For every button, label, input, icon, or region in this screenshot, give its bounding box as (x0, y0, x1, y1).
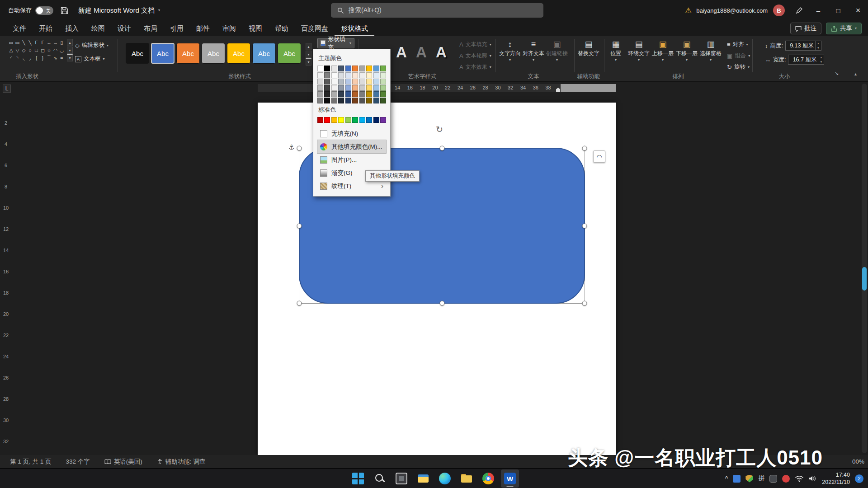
layout-options-button[interactable]: ◠ (593, 150, 605, 163)
shape-gallery-item[interactable]: ▭ (14, 39, 20, 46)
theme-tint-swatch[interactable] (352, 72, 358, 78)
selection-handle[interactable] (582, 146, 587, 151)
theme-tint-swatch[interactable] (366, 72, 372, 78)
standard-color-swatch[interactable] (317, 117, 323, 123)
theme-tint-swatch[interactable] (366, 85, 372, 91)
theme-tint-swatch[interactable] (373, 79, 379, 84)
shape-gallery-item[interactable]: ○ (27, 47, 33, 53)
shape-gallery-item[interactable]: → (52, 39, 58, 46)
shape-style-thumb-2[interactable]: Abc (151, 43, 175, 64)
vertical-ruler[interactable]: 2468101214161820222426283032 (2, 82, 10, 455)
theme-tint-swatch[interactable] (317, 91, 323, 97)
fill-menu-item[interactable]: 其他填充颜色(M)... (317, 140, 386, 153)
ribbon-tab-审阅[interactable]: 审阅 (216, 21, 242, 36)
tray-app-icon-2[interactable] (769, 475, 777, 483)
theme-color-swatch[interactable] (345, 66, 351, 71)
shape-style-thumb-4[interactable]: Abc (202, 43, 225, 64)
button-下移一层[interactable]: ▣下移一层▾ (676, 40, 698, 62)
theme-tint-swatch[interactable] (359, 79, 365, 84)
theme-tint-swatch[interactable] (352, 85, 358, 91)
shape-style-thumb-3[interactable]: Abc (176, 43, 200, 64)
standard-color-swatch[interactable] (373, 117, 379, 123)
pen-tool-button[interactable] (790, 0, 808, 21)
spin-up-icon[interactable]: ▴ (818, 55, 824, 60)
button-环绕文字[interactable]: ▤环绕文字▾ (628, 40, 650, 62)
button-选择窗格[interactable]: ▥选择窗格▾ (700, 40, 722, 62)
hidden-icons-chevron[interactable]: ^ (725, 475, 728, 482)
theme-tint-swatch[interactable] (324, 98, 330, 103)
shape-style-thumb-6[interactable]: Abc (252, 43, 276, 64)
theme-tint-swatch[interactable] (345, 91, 351, 97)
theme-tint-swatch[interactable] (380, 91, 386, 97)
zoom-level[interactable]: 00% (852, 458, 864, 465)
button-位置[interactable]: ▦位置▾ (606, 40, 626, 62)
style-more-icon[interactable]: ▾ (306, 58, 311, 66)
button-创建链接[interactable]: ▣创建链接▾ (546, 40, 568, 62)
wordart-menu-item-3[interactable]: A文本效果▾ (459, 63, 491, 71)
word-count[interactable]: 332 个字 (66, 458, 90, 466)
rotate-handle-icon[interactable]: ↻ (436, 124, 443, 135)
volume-icon[interactable] (809, 475, 817, 482)
theme-tint-swatch[interactable] (338, 98, 344, 103)
standard-color-swatch[interactable] (366, 117, 372, 123)
autosave-control[interactable]: 自动保存 关 (8, 6, 53, 15)
ribbon-collapse-icon[interactable]: ▴ (854, 71, 857, 76)
theme-tint-swatch[interactable] (366, 98, 372, 103)
tray-app-icon-3[interactable] (782, 475, 790, 483)
theme-tint-swatch[interactable] (380, 79, 386, 84)
theme-tint-swatch[interactable] (359, 85, 365, 91)
ime-indicator[interactable]: 拼 (758, 474, 764, 483)
theme-color-swatch[interactable] (331, 66, 337, 71)
theme-tint-swatch[interactable] (359, 98, 365, 103)
theme-tint-swatch[interactable] (373, 72, 379, 78)
button-旋转[interactable]: ↻旋转▾ (727, 63, 750, 71)
ribbon-tab-邮件[interactable]: 邮件 (190, 21, 216, 36)
theme-tint-swatch[interactable] (317, 85, 323, 91)
shape-style-thumb-7[interactable]: Abc (278, 43, 301, 64)
avatar[interactable]: B (773, 5, 785, 16)
ribbon-tab-视图[interactable]: 视图 (242, 21, 269, 36)
theme-color-swatch[interactable] (352, 66, 358, 71)
ribbon-tab-百度网盘[interactable]: 百度网盘 (295, 21, 335, 36)
spin-down-icon[interactable]: ▾ (816, 46, 821, 50)
ribbon-tab-布局[interactable]: 布局 (137, 21, 164, 36)
wordart-menu-item-1[interactable]: A文本填充▾ (459, 41, 491, 48)
fill-menu-item[interactable]: 图片(P)... (317, 153, 386, 166)
right-indent-marker[interactable] (556, 88, 560, 92)
button-文字方向[interactable]: ↕文字方向▾ (499, 40, 521, 62)
theme-tint-swatch[interactable] (331, 98, 337, 103)
theme-tint-swatch[interactable] (317, 98, 323, 103)
shape-gallery-item[interactable]: ◻ (40, 47, 46, 53)
shape-gallery-item[interactable]: △ (8, 47, 14, 53)
shape-gallery-item[interactable]: Γ (40, 39, 46, 46)
shape-gallery-item[interactable]: { (33, 54, 39, 61)
theme-tint-swatch[interactable] (324, 85, 330, 91)
taskbar-icon-word[interactable]: W (501, 469, 519, 488)
wordart-menu-item-2[interactable]: A文本轮廓▾ (459, 52, 491, 60)
gallery-more-icon[interactable]: ▾ (67, 54, 73, 61)
button-上移一层[interactable]: ▣上移一层▾ (652, 40, 674, 62)
theme-color-swatch[interactable] (373, 66, 379, 71)
theme-tint-swatch[interactable] (352, 98, 358, 103)
theme-tint-swatch[interactable] (373, 85, 379, 91)
theme-tint-swatch[interactable] (338, 79, 344, 84)
theme-tint-swatch[interactable] (345, 72, 351, 78)
ribbon-tab-文件[interactable]: 文件 (6, 21, 33, 36)
fill-menu-item[interactable]: 无填充(N) (317, 127, 386, 140)
theme-color-swatch[interactable] (359, 66, 365, 71)
shape-gallery-item[interactable]: ◡ (59, 47, 65, 53)
selection-handle[interactable] (439, 146, 444, 151)
style-scroll-up-icon[interactable]: ▴ (306, 43, 311, 50)
shape-gallery-item[interactable]: ◠ (52, 47, 58, 53)
theme-tint-swatch[interactable] (324, 91, 330, 97)
button-对齐文本[interactable]: ≡对齐文本▾ (523, 40, 544, 62)
ribbon-tab-引用[interactable]: 引用 (164, 21, 190, 36)
standard-color-swatch[interactable] (345, 117, 351, 123)
shape-gallery-item[interactable]: ╲ (21, 39, 27, 46)
gallery-scroll-up-icon[interactable]: ▴ (67, 39, 73, 46)
ribbon-tab-插入[interactable]: 插入 (59, 21, 85, 36)
shape-gallery-item[interactable]: Γ (33, 39, 39, 46)
theme-tint-swatch[interactable] (338, 85, 344, 91)
height-stepper[interactable]: ▴▾ (815, 41, 821, 50)
width-input[interactable]: 16.7 厘米 ▴▾ (788, 55, 824, 65)
